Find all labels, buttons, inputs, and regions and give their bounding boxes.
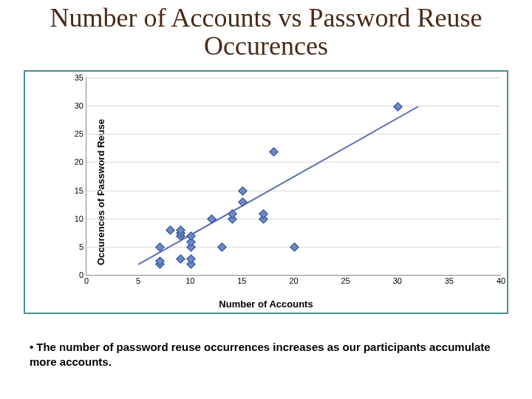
x-tick-label: 15 (237, 275, 246, 285)
gridline (86, 134, 501, 134)
data-point (393, 102, 403, 112)
plot-area: 051015202530350510152025303540 (86, 78, 501, 276)
y-tick-label: 25 (75, 129, 86, 138)
data-point (176, 254, 185, 264)
gridline (86, 78, 501, 78)
caption: •The number of password reuse occurrence… (30, 340, 502, 369)
x-tick-label: 30 (393, 275, 402, 285)
x-tick-label: 10 (185, 275, 194, 285)
y-tick-label: 20 (75, 157, 86, 166)
y-tick-label: 35 (75, 73, 86, 82)
data-point (290, 242, 299, 252)
data-point (238, 186, 248, 196)
gridline (86, 106, 501, 106)
x-tick-label: 25 (341, 275, 350, 285)
chart-title: Number of Accounts vs Password Reuse Occ… (0, 4, 532, 61)
caption-text: The number of password reuse occurrences… (30, 341, 491, 368)
x-tick-label: 20 (289, 275, 298, 285)
data-point (166, 226, 175, 236)
bullet-marker: • (30, 340, 33, 355)
data-point (217, 242, 227, 252)
gridline (86, 191, 501, 191)
slide: Number of Accounts vs Password Reuse Occ… (0, 0, 532, 399)
x-axis-label: Number of Accounts (25, 299, 507, 310)
data-point (207, 214, 216, 224)
x-tick-label: 5 (136, 275, 140, 285)
y-tick-label: 30 (75, 101, 86, 110)
y-tick-label: 5 (79, 242, 86, 251)
data-point (269, 147, 279, 157)
y-tick-label: 10 (75, 214, 86, 223)
gridline (86, 162, 501, 163)
chart-frame: Occurences of Password Reuse 05101520253… (24, 70, 508, 314)
x-tick-label: 35 (445, 275, 454, 285)
plot-wrap: 051015202530350510152025303540 (69, 78, 501, 286)
x-tick-label: 40 (497, 275, 505, 285)
x-tick-label: 0 (84, 275, 89, 285)
y-tick-label: 15 (75, 186, 86, 195)
gridline (86, 219, 501, 219)
